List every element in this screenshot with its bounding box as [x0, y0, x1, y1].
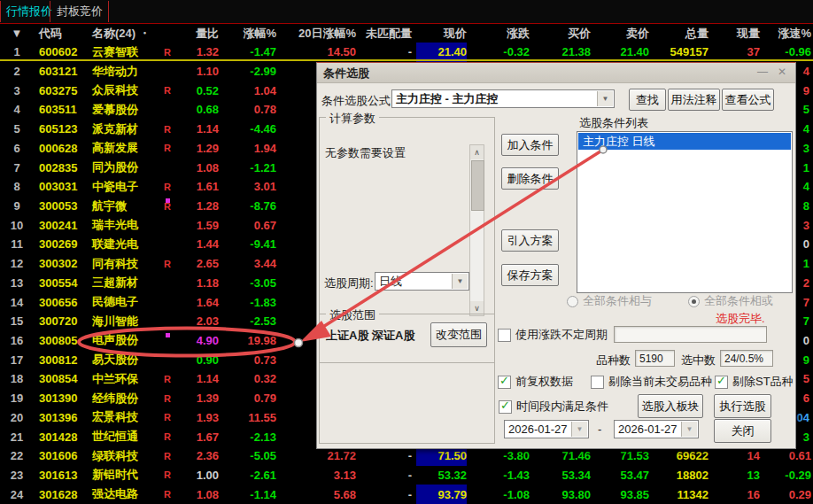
cell-num: 14	[4, 292, 30, 312]
cell-zf: -2.61	[222, 466, 276, 485]
date-from-combobox[interactable]: 2026-01-27 ▼	[504, 420, 589, 438]
pick-into-block-button[interactable]: 选股入板块	[638, 394, 703, 418]
cell-code: 300053	[39, 197, 90, 216]
chevron-down-icon[interactable]: ▼	[597, 91, 613, 106]
cell-lb: 1.18	[175, 274, 219, 293]
date-to-combobox[interactable]: 2026-01-27 ▼	[614, 420, 699, 438]
cell-name: 高新发展	[92, 139, 166, 159]
scroll-up-icon[interactable]: ∧	[470, 145, 484, 159]
count-field: 5190	[635, 350, 675, 367]
cell-num: 6	[4, 139, 30, 159]
cell-name: 电声股份	[92, 331, 166, 351]
checkbox-label: 使用涨跌不定周期	[515, 327, 608, 343]
condition-listbox[interactable]: 主力庄控 日线	[577, 131, 793, 293]
change-range-button[interactable]: 改变范围	[430, 322, 487, 347]
close-dialog-button[interactable]: 关闭	[714, 419, 771, 443]
params-scrollbar[interactable]: ∧ ∨	[469, 144, 484, 316]
stock-row-301606[interactable]: 22301606绿联科技2.36-5.0521.72-71.50-3.8071.…	[0, 446, 813, 466]
date-range-separator: -	[598, 423, 601, 436]
condition-list-item-selected[interactable]: 主力庄控 日线	[578, 133, 791, 150]
unfixed-period-field[interactable]	[614, 326, 767, 343]
stock-row-301613[interactable]: 23301613新铝时代1.00-2.613.13-53.32-1.4353.3…	[0, 466, 813, 485]
view-formula-button[interactable]: 查看公式	[722, 89, 774, 111]
cell-lb: 1.44	[175, 235, 219, 254]
usage-notes-button[interactable]: 用法注释	[668, 89, 720, 111]
cell-zf20: 20日涨幅%	[280, 24, 356, 43]
cell-code: 300854	[39, 369, 90, 389]
close-icon[interactable]: ✕	[774, 65, 790, 80]
cell-lb: 量比	[175, 24, 219, 43]
cell-code: 300554	[39, 274, 90, 293]
cell-vol: 11342	[652, 485, 708, 504]
cell-zf: 0.32	[222, 369, 276, 389]
cell-code: 301613	[39, 466, 90, 485]
cell-buy: 93.80	[533, 485, 591, 504]
cell-vol: 69622	[652, 446, 708, 466]
checkbox-exclude-st[interactable]: 剔除ST品种	[715, 374, 794, 390]
cell-chg: 涨跌	[470, 24, 530, 43]
cell-name: 瑞丰光电	[92, 215, 166, 235]
cell-cur: 14	[712, 446, 760, 466]
minimize-icon[interactable]: —	[755, 65, 770, 80]
cell-lb: 1.28	[175, 197, 219, 216]
cell-price: 71.50	[416, 446, 467, 466]
radio-all-or[interactable]: 全部条件相或	[688, 293, 773, 309]
find-button[interactable]: 查找	[629, 89, 666, 111]
cell-zf20: 3.13	[280, 466, 356, 485]
cell-name: 航宇微	[92, 197, 166, 216]
dialog-title-bar[interactable]: 条件选股 — ✕	[317, 63, 795, 83]
cell-code: 300720	[39, 312, 90, 331]
cell-name: 爱慕股份	[92, 100, 166, 120]
cell-num: 16	[4, 331, 30, 351]
cell-price: 现价	[416, 24, 467, 43]
table-header-row[interactable]: ▼代码名称(24) ・量比涨幅%20日涨幅%未匹配量现价涨跌买价卖价总量现量涨速…	[0, 24, 813, 43]
period-combobox[interactable]: 日线 ▼	[375, 272, 469, 291]
cell-lb: 4.90	[175, 331, 219, 351]
cell-name: 华培动力	[92, 62, 166, 81]
formula-combobox[interactable]: 主力庄控 - 主力庄控 ▼	[391, 89, 615, 108]
checkbox-within-period[interactable]: 时间段内满足条件	[499, 399, 608, 415]
cell-name: 派克新材	[92, 120, 166, 139]
cell-zf: 19.98	[222, 331, 276, 351]
cell-zf: 0.78	[222, 100, 276, 120]
cell-num: 4	[4, 100, 30, 120]
checkbox-label: 时间段内满足条件	[516, 399, 608, 415]
cell-zf: 3.01	[222, 177, 276, 197]
scrollbar-thumb[interactable]	[471, 160, 484, 211]
checkbox-icon	[498, 329, 511, 342]
execute-pick-button[interactable]: 执行选股	[714, 394, 771, 418]
chevron-down-icon[interactable]: ▼	[571, 422, 587, 437]
dialog-title: 条件选股	[323, 66, 369, 81]
checkbox-exclude-untraded[interactable]: 剔除当前未交易品种	[591, 374, 712, 390]
cell-code: 605123	[39, 120, 90, 139]
stock-row-301628[interactable]: 24301628强达电路1.08-1.145.68-93.79-1.0893.8…	[0, 485, 813, 504]
cell-chg: -1.43	[470, 466, 530, 485]
checkbox-unfixed-period[interactable]: 使用涨跌不定周期	[498, 327, 608, 343]
cell-name: 海川智能	[92, 312, 166, 331]
radio-all-and[interactable]: 全部条件相与	[567, 293, 652, 309]
cell-zf: -2.13	[222, 427, 276, 446]
checkbox-forward-adjusted[interactable]: 前复权数据	[498, 374, 573, 390]
delete-condition-button[interactable]: 删除条件	[501, 167, 559, 190]
radio-icon	[688, 296, 700, 307]
chevron-down-icon[interactable]: ▼	[452, 274, 468, 289]
cell-unm: -	[360, 446, 412, 466]
cell-num: 5	[4, 120, 30, 139]
radio-label: 全部条件相或	[704, 293, 773, 309]
import-plan-button[interactable]: 引入方案	[501, 229, 559, 252]
chevron-down-icon[interactable]: ▼	[681, 422, 697, 437]
cell-vol: 总量	[652, 24, 708, 43]
cell-zf: 0.79	[222, 389, 276, 408]
cell-zf: -1.14	[222, 485, 276, 504]
cell-lb: 0.90	[175, 350, 219, 369]
date-from-value: 2026-01-27	[508, 423, 568, 436]
save-plan-button[interactable]: 保存方案	[501, 264, 559, 286]
radio-label: 全部条件相与	[583, 293, 652, 309]
cell-sell: 53.47	[592, 466, 649, 485]
add-condition-button[interactable]: 加入条件	[501, 134, 559, 156]
cell-num: 8	[4, 177, 30, 197]
cell-num: 2	[4, 62, 30, 81]
cell-cur: 16	[712, 485, 760, 504]
rong-marker: R	[164, 485, 171, 504]
cell-buy: 买价	[533, 24, 591, 43]
